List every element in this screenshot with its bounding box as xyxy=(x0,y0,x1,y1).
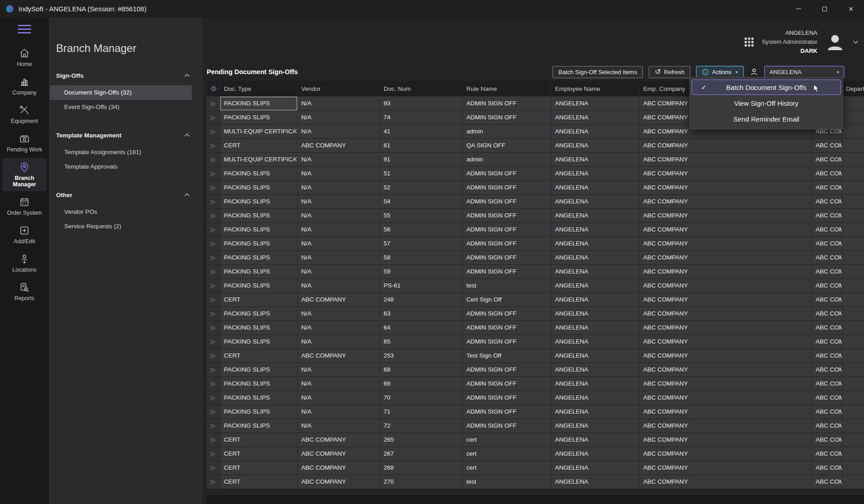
menu-hamburger-button[interactable] xyxy=(18,25,31,33)
table-row[interactable]: ▷PACKING SLIPSN/A68ADMIN SIGN OFFANGELEN… xyxy=(207,363,864,377)
cell-doc-num: 253 xyxy=(380,349,463,363)
subnav-item-template-assignments[interactable]: Template Assignments (181) xyxy=(50,145,192,160)
column-header-doc-type[interactable]: Doc. Type xyxy=(220,81,298,96)
subnav-item-document-sign-offs[interactable]: Document Sign-Offs (32) xyxy=(50,85,192,100)
close-button[interactable]: ✕ xyxy=(838,0,864,18)
subnav-item-service-requests[interactable]: Service Requests (2) xyxy=(50,219,192,234)
row-expander-icon[interactable]: ▷ xyxy=(207,377,220,391)
row-expander-icon[interactable]: ▷ xyxy=(207,433,220,447)
minimize-button[interactable] xyxy=(785,0,812,18)
batch-signoff-button[interactable]: Batch Sign-Off Selected Items xyxy=(552,66,643,78)
cell-doc-num: 93 xyxy=(380,97,463,110)
row-expander-icon[interactable]: ▷ xyxy=(207,391,220,405)
row-expander-icon[interactable]: ▷ xyxy=(207,153,220,166)
sidebar-item-branch-manager[interactable]: Branch Manager xyxy=(2,158,47,191)
section-header-template-management[interactable]: Template Management xyxy=(49,128,203,142)
sidebar-item-add-edit[interactable]: Add/Edit xyxy=(2,221,47,248)
table-row[interactable]: ▷PACKING SLIPSN/A57ADMIN SIGN OFFANGELEN… xyxy=(207,237,864,251)
row-expander-icon[interactable]: ▷ xyxy=(207,181,220,194)
table-row[interactable]: ▷PACKING SLIPSN/A69ADMIN SIGN OFFANGELEN… xyxy=(207,377,864,391)
table-body: ▷PACKING SLIPSN/A93ADMIN SIGN OFFANGELEN… xyxy=(207,97,864,489)
row-expander-icon[interactable]: ▷ xyxy=(207,447,220,461)
table-row[interactable]: ▷PACKING SLIPSN/A64ADMIN SIGN OFFANGELEN… xyxy=(207,321,864,335)
user-filter-select[interactable]: ANGELENA ▾ xyxy=(764,66,844,78)
table-row[interactable]: ▷CERTABC COMPANY61QA SIGN OFFANGELENAABC… xyxy=(207,139,864,153)
cell-employee-name: ANGELENA xyxy=(551,405,640,419)
section-header-other[interactable]: Other xyxy=(49,188,203,202)
table-row[interactable]: ▷MULTI-EQUIP CERTIFICATEN/A91adminANGELE… xyxy=(207,153,864,167)
avatar[interactable] xyxy=(825,32,845,52)
table-row[interactable]: ▷PACKING SLIPSN/A71ADMIN SIGN OFFANGELEN… xyxy=(207,405,864,419)
row-expander-icon[interactable]: ▷ xyxy=(207,307,220,320)
table-row[interactable]: ▷PACKING SLIPSN/A51ADMIN SIGN OFFANGELEN… xyxy=(207,167,864,181)
row-expander-icon[interactable]: ▷ xyxy=(207,125,220,138)
table-row[interactable]: ▷PACKING SLIPSN/A54ADMIN SIGN OFFANGELEN… xyxy=(207,195,864,209)
row-expander-icon[interactable]: ▷ xyxy=(207,279,220,292)
row-expander-icon[interactable]: ▷ xyxy=(207,349,220,363)
table-row[interactable]: ▷PACKING SLIPSN/A52ADMIN SIGN OFFANGELEN… xyxy=(207,181,864,195)
refresh-button[interactable]: ↺ Refresh xyxy=(649,66,690,78)
row-expander-icon[interactable]: ▷ xyxy=(207,461,220,475)
chevron-down-icon[interactable] xyxy=(853,40,859,44)
row-expander-icon[interactable]: ▷ xyxy=(207,293,220,306)
table-row[interactable]: ▷PACKING SLIPSN/A56ADMIN SIGN OFFANGELEN… xyxy=(207,223,864,237)
column-header-doc-num[interactable]: Doc. Num xyxy=(380,81,463,96)
table-row[interactable]: ▷CERTABC COMPANY268certANGELENAABC COMPA… xyxy=(207,461,864,475)
row-expander-icon[interactable]: ▷ xyxy=(207,363,220,377)
menu-item-send-reminder-email[interactable]: Send Reminder Email xyxy=(692,111,841,127)
table-row[interactable]: ▷PACKING SLIPSN/A59ADMIN SIGN OFFANGELEN… xyxy=(207,265,864,279)
row-expander-icon[interactable]: ▷ xyxy=(207,251,220,264)
sidebar-item-order-system[interactable]: Order System xyxy=(2,193,47,220)
sidebar-item-company[interactable]: Company xyxy=(2,73,47,99)
sidebar-item-pending-work[interactable]: Pending Work xyxy=(2,130,47,156)
table-row[interactable]: ▷CERTABC COMPANY267certANGELENAABC COMPA… xyxy=(207,447,864,461)
column-header-vendor[interactable]: Vendor xyxy=(298,81,380,96)
horizontal-scrollbar[interactable] xyxy=(207,495,864,504)
table-row[interactable]: ▷PACKING SLIPSN/A65ADMIN SIGN OFFANGELEN… xyxy=(207,335,864,349)
cell-rule-name: ADMIN SIGN OFF xyxy=(463,335,551,349)
row-expander-icon[interactable]: ▷ xyxy=(207,237,220,250)
table-row[interactable]: ▷CERTABC COMPANY270testANGELENAABC COMPA… xyxy=(207,475,864,489)
sidebar-item-locations[interactable]: Locations xyxy=(2,250,47,277)
sidebar-item-home[interactable]: Home xyxy=(2,44,47,71)
sidebar-item-reports[interactable]: Reports xyxy=(2,278,47,305)
row-expander-icon[interactable]: ▷ xyxy=(207,405,220,419)
apps-waffle-icon[interactable] xyxy=(744,37,755,47)
row-expander-icon[interactable]: ▷ xyxy=(207,419,220,433)
table-row[interactable]: ▷PACKING SLIPSN/A55ADMIN SIGN OFFANGELEN… xyxy=(207,209,864,223)
table-row[interactable]: ▷PACKING SLIPSN/A63ADMIN SIGN OFFANGELEN… xyxy=(207,307,864,321)
row-expander-icon[interactable]: ▷ xyxy=(207,167,220,180)
table-row[interactable]: ▷CERTABC COMPANY265certANGELENAABC COMPA… xyxy=(207,433,864,447)
row-expander-icon[interactable]: ▷ xyxy=(207,335,220,349)
table-row[interactable]: ▷PACKING SLIPSN/A70ADMIN SIGN OFFANGELEN… xyxy=(207,391,864,405)
row-expander-icon[interactable]: ▷ xyxy=(207,321,220,334)
table-row[interactable]: ▷PACKING SLIPSN/A72ADMIN SIGN OFFANGELEN… xyxy=(207,419,864,433)
row-expander-icon[interactable]: ▷ xyxy=(207,475,220,489)
actions-button[interactable]: Actions ▾ xyxy=(696,66,744,78)
subnav-item-vendor-pos[interactable]: Vendor POs xyxy=(50,205,192,219)
section-header-sign-offs[interactable]: Sign-Offs xyxy=(49,68,203,83)
column-header-department[interactable]: Department xyxy=(842,81,864,96)
table-row[interactable]: ▷CERTABC COMPANY248Cert Sign OffANGELENA… xyxy=(207,293,864,307)
table-row[interactable]: ▷PACKING SLIPSN/A58ADMIN SIGN OFFANGELEN… xyxy=(207,251,864,265)
maximize-button[interactable] xyxy=(812,0,838,18)
table-row[interactable]: ▷PACKING SLIPSN/APS-61testANGELENAABC CO… xyxy=(207,279,864,293)
subnav-item-event-sign-offs[interactable]: Event Sign-Offs (34) xyxy=(50,100,192,114)
cell-emp-company: ABC COMPANY xyxy=(640,475,812,489)
menu-item-view-sign-off-history[interactable]: View Sign-Off History xyxy=(692,95,841,111)
row-expander-icon[interactable]: ▷ xyxy=(207,209,220,222)
row-expander-icon[interactable]: ▷ xyxy=(207,223,220,236)
theme-indicator: DARK xyxy=(762,47,817,56)
subnav-item-template-approvals[interactable]: Template Approvals xyxy=(50,160,192,174)
column-header-rule-name[interactable]: Rule Name xyxy=(463,81,551,96)
table-row[interactable]: ▷CERTABC COMPANY253Test Sign OffANGELENA… xyxy=(207,349,864,363)
column-settings-gear-icon[interactable] xyxy=(207,81,220,96)
row-expander-icon[interactable]: ▷ xyxy=(207,265,220,278)
sidebar-item-equipment[interactable]: Equipment xyxy=(2,101,47,128)
column-header-employee-name[interactable]: Employee Name xyxy=(551,81,640,96)
cell-rule-name: test xyxy=(463,279,551,292)
row-expander-icon[interactable]: ▷ xyxy=(207,97,220,110)
row-expander-icon[interactable]: ▷ xyxy=(207,195,220,208)
row-expander-icon[interactable]: ▷ xyxy=(207,139,220,152)
row-expander-icon[interactable]: ▷ xyxy=(207,111,220,124)
